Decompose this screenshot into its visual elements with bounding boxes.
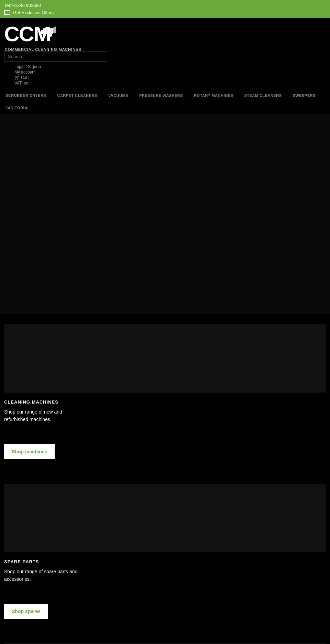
shop-spares-button[interactable]: Shop spares (4, 604, 48, 619)
login-link[interactable]: Login / Signup (14, 64, 326, 69)
machines-image (4, 324, 326, 393)
logo[interactable]: CCM COMMERCIAL CLEANING MACHINES (4, 21, 81, 52)
svg-rect-4 (41, 30, 44, 34)
spares-section: SPARE PARTS Shop our range of spare part… (0, 473, 330, 633)
shop-machines-button[interactable]: Shop machines (4, 444, 55, 459)
logo-svg: CCM (4, 21, 57, 47)
vat-row: VAT: ex (14, 81, 326, 86)
hero-area (0, 114, 330, 313)
offers-label[interactable]: Get Exclusive Offers (13, 10, 54, 15)
svg-point-3 (49, 33, 52, 37)
nav-rotary-machines[interactable]: ROTARY MACHINES (188, 89, 239, 102)
machines-label: CLEANING MACHINES (4, 399, 326, 405)
top-bar: Tel: 01246 903380 Get Exclusive Offers (0, 0, 330, 18)
envelope-icon (4, 10, 10, 15)
nav-carpet-cleaners[interactable]: CARPET CLEANERS (52, 89, 102, 102)
offers-row[interactable]: Get Exclusive Offers (4, 10, 326, 15)
spares-label: SPARE PARTS (4, 559, 326, 564)
cart-row[interactable]: 🛒 Cart (14, 75, 326, 80)
nav-scrubber-dryers[interactable]: SCRUBBER DRYERS (0, 89, 52, 102)
machines-desc-line2: refurbished machines. (4, 417, 52, 422)
account-link[interactable]: My account (14, 70, 326, 75)
nav-janitorial[interactable]: JANITORIAL (0, 102, 35, 114)
header-links: Login / Signup My account 🛒 Cart VAT: ex (4, 64, 326, 86)
search-input[interactable] (8, 54, 103, 59)
nav-steam-cleaners[interactable]: STEAM CLEANERS (239, 89, 287, 102)
nav-pressure-washers[interactable]: PRESSURE WASHERS (134, 89, 188, 102)
search-bar[interactable] (4, 52, 107, 61)
machines-desc: Shop our range of new and refurbished ma… (4, 408, 100, 423)
spares-desc-line2: accessories. (4, 576, 31, 582)
header: CCM COMMERCIAL CLEANING MACHINES Login /… (0, 18, 330, 89)
logo-area: CCM COMMERCIAL CLEANING MACHINES (4, 21, 326, 52)
machines-desc-line1: Shop our range of new and (4, 409, 62, 415)
nav-sweepers[interactable]: SWEEPERS (287, 89, 321, 102)
vat-toggle[interactable]: ex (24, 81, 28, 86)
main-nav: SCRUBBER DRYERS CARPET CLEANERS VACUUMS … (0, 89, 330, 114)
nav-vacuums[interactable]: VACUUMS (103, 89, 134, 102)
cart-icon: 🛒 (14, 75, 20, 80)
phone-number: Tel: 01246 903380 (4, 3, 326, 8)
spares-desc-line1: Shop our range of spare parts and (4, 569, 77, 574)
machines-section: CLEANING MACHINES Shop our range of new … (0, 313, 330, 473)
vat-label: VAT: (14, 81, 23, 86)
hero-image (0, 114, 330, 313)
janitorial-section: JANITORIAL Shop our range of janitorial … (0, 633, 330, 644)
cart-label[interactable]: Cart (21, 75, 29, 80)
spares-desc: Shop our range of spare parts and access… (4, 568, 100, 583)
spares-image (4, 484, 326, 552)
logo-subtitle: COMMERCIAL CLEANING MACHINES (5, 48, 81, 52)
